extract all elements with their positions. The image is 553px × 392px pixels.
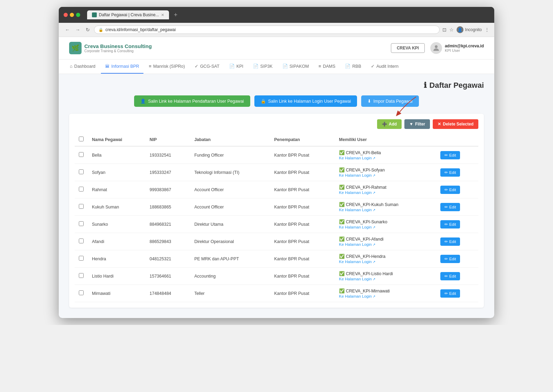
nav-label-kpi: KPI bbox=[236, 64, 243, 69]
edit-button-row-7[interactable]: ✏ Edit bbox=[440, 272, 460, 280]
reload-btn[interactable]: ↻ bbox=[84, 26, 91, 34]
filter-button[interactable]: ▼ Filter bbox=[404, 119, 430, 129]
browser-tab[interactable]: Daftar Pegawai | Creva Busine... ✕ bbox=[87, 10, 169, 19]
external-link-icon: ↗ bbox=[373, 174, 375, 177]
row-checkbox-6[interactable] bbox=[79, 256, 84, 261]
employee-table-body: Bella 193332541 Funding Officer Kantor B… bbox=[75, 146, 478, 302]
audit-intern-icon: ✓ bbox=[371, 64, 375, 69]
tab-close-btn[interactable]: ✕ bbox=[161, 13, 164, 17]
login-link[interactable]: Ke Halaman Login ↗ bbox=[339, 277, 432, 281]
user-add-icon: 👤 bbox=[140, 99, 146, 104]
row-checkbox-2[interactable] bbox=[79, 187, 84, 192]
nav-item-dashboard[interactable]: ⌂ Dashboard bbox=[66, 59, 100, 74]
bookmark-icon[interactable]: ☆ bbox=[449, 27, 454, 32]
delete-selected-button[interactable]: ✕ Delete Selected bbox=[433, 119, 478, 129]
edit-icon: ✏ bbox=[444, 205, 448, 209]
nav-label-rbb: RBB bbox=[352, 64, 361, 69]
menu-icon[interactable]: ⋮ bbox=[485, 27, 489, 32]
row-edit-cell: ✏ Edit bbox=[436, 250, 478, 268]
login-link[interactable]: Ke Halaman Login ↗ bbox=[339, 190, 432, 195]
creva-kpi-button[interactable]: CREVA KPI bbox=[391, 43, 425, 53]
row-nama: Afandi bbox=[88, 233, 146, 250]
download-icon: ⬇ bbox=[367, 99, 371, 104]
row-checkbox-5[interactable] bbox=[79, 239, 84, 243]
maximize-window-btn[interactable] bbox=[76, 13, 80, 17]
row-penempatan: Kantor BPR Pusat bbox=[270, 216, 335, 233]
edit-button-row-4[interactable]: ✏ Edit bbox=[440, 220, 460, 228]
address-bar[interactable]: 🔒 creva.id/informasi_bpr/daftar_pegawai bbox=[94, 26, 440, 34]
row-checkbox-7[interactable] bbox=[79, 273, 84, 278]
row-checkbox-cell bbox=[75, 250, 88, 268]
minimize-window-btn[interactable] bbox=[70, 13, 74, 17]
external-link-icon: ↗ bbox=[373, 243, 375, 246]
external-link-icon: ↗ bbox=[373, 225, 375, 229]
edit-button-row-2[interactable]: ✏ Edit bbox=[440, 186, 460, 194]
row-edit-cell: ✏ Edit bbox=[436, 268, 478, 285]
edit-button-row-0[interactable]: ✏ Edit bbox=[440, 151, 460, 159]
edit-button-row-6[interactable]: ✏ Edit bbox=[440, 255, 460, 263]
nav-item-informasi-bpr[interactable]: 🏛 Informasi BPR bbox=[101, 59, 143, 74]
login-link[interactable]: Ke Halaman Login ↗ bbox=[339, 260, 432, 264]
table-row: Sunarko 884968321 Direktur Utama Kantor … bbox=[75, 216, 478, 233]
login-link[interactable]: Ke Halaman Login ↗ bbox=[339, 242, 432, 246]
btn-salin-pendaftaran[interactable]: 👤 Salin Link ke Halaman Pendaftaran User… bbox=[134, 95, 250, 107]
company-logo-icon: 🌿 bbox=[69, 42, 82, 54]
login-link[interactable]: Ke Halaman Login ↗ bbox=[339, 173, 432, 177]
nav-item-audit-intern[interactable]: ✓ Audit Intern bbox=[367, 59, 403, 74]
nav-label-dams: DAMS bbox=[323, 64, 335, 69]
row-edit-cell: ✏ Edit bbox=[436, 198, 478, 216]
nav-item-rbb[interactable]: 📄 RBB bbox=[341, 59, 365, 74]
row-jabatan: Accounting bbox=[190, 268, 270, 285]
col-nip: NIP bbox=[146, 133, 190, 146]
edit-button-row-5[interactable]: ✏ Edit bbox=[440, 237, 460, 246]
row-nama: Sofyan bbox=[88, 164, 146, 181]
back-btn[interactable]: ← bbox=[64, 26, 71, 34]
row-checkbox-0[interactable] bbox=[79, 152, 84, 157]
user-avatar bbox=[430, 42, 442, 54]
row-edit-cell: ✏ Edit bbox=[436, 285, 478, 302]
sipakom-icon: 📄 bbox=[282, 64, 288, 69]
nav-label-gcg-sat: GCG-SAT bbox=[200, 64, 219, 69]
select-all-checkbox[interactable] bbox=[79, 137, 84, 141]
row-checkbox-3[interactable] bbox=[79, 204, 84, 209]
row-penempatan: Kantor BPR Pusat bbox=[270, 146, 335, 164]
incognito-indicator: 👤 Incognito bbox=[457, 26, 482, 33]
login-link[interactable]: Ke Halaman Login ↗ bbox=[339, 208, 432, 212]
add-button[interactable]: ➕ Add bbox=[377, 119, 402, 129]
row-jabatan: Teknologi Informasi (TI) bbox=[190, 164, 270, 181]
row-checkbox-1[interactable] bbox=[79, 169, 84, 174]
row-jabatan: Teller bbox=[190, 285, 270, 302]
close-window-btn[interactable] bbox=[64, 13, 68, 17]
nav-item-sipakom[interactable]: 📄 SIPAKOM bbox=[278, 59, 313, 74]
edit-button-row-1[interactable]: ✏ Edit bbox=[440, 168, 460, 177]
row-penempatan: Kantor BPR Pusat bbox=[270, 233, 335, 250]
nav-item-gcg-sat[interactable]: ✓ GCG-SAT bbox=[190, 59, 224, 74]
nav-item-kpi[interactable]: 📄 KPI bbox=[225, 59, 247, 74]
site-nav: ⌂ Dashboard 🏛 Informasi BPR ≡ Manrisk (S… bbox=[59, 59, 494, 74]
row-edit-cell: ✏ Edit bbox=[436, 146, 478, 164]
new-tab-btn[interactable]: + bbox=[174, 11, 178, 19]
nav-item-sip3k[interactable]: 📄 SIP3K bbox=[249, 59, 276, 74]
row-checkbox-8[interactable] bbox=[79, 290, 84, 295]
row-jabatan: Account Officer bbox=[190, 198, 270, 216]
company-name: Creva Business Consulting bbox=[84, 43, 152, 49]
row-nip: 188683865 bbox=[146, 198, 190, 216]
tab-favicon bbox=[92, 12, 97, 17]
row-checkbox-cell bbox=[75, 268, 88, 285]
edit-button-row-3[interactable]: ✏ Edit bbox=[440, 203, 460, 211]
employees-table: Nama Pegawai NIP Jabatan Penempatan Memi… bbox=[75, 133, 478, 302]
login-link[interactable]: Ke Halaman Login ↗ bbox=[339, 294, 432, 298]
edit-button-row-8[interactable]: ✏ Edit bbox=[440, 289, 460, 298]
table-row: Afandi 886529843 Direktur Operasional Ka… bbox=[75, 233, 478, 250]
login-link[interactable]: Ke Halaman Login ↗ bbox=[339, 225, 432, 229]
row-nama: Hendra bbox=[88, 250, 146, 268]
nav-item-dams[interactable]: ≡ DAMS bbox=[315, 59, 340, 74]
btn-salin-login[interactable]: 🔒 Salin Link ke Halaman Login User Pegaw… bbox=[254, 95, 357, 107]
login-link[interactable]: Ke Halaman Login ↗ bbox=[339, 156, 432, 160]
nav-item-manrisk[interactable]: ≡ Manrisk (SIPRo) bbox=[145, 59, 189, 74]
btn-impor[interactable]: ⬇ Impor Data Pegawai bbox=[361, 95, 419, 107]
row-checkbox-4[interactable] bbox=[79, 221, 84, 226]
verified-icon: ✅ bbox=[339, 288, 345, 293]
forward-btn[interactable]: → bbox=[74, 26, 82, 34]
row-penempatan: Kantor BPR Pusat bbox=[270, 164, 335, 181]
